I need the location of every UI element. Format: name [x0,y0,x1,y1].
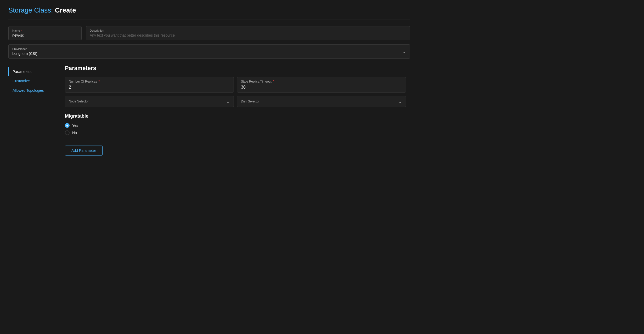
migratable-yes-option[interactable]: Yes [65,123,406,128]
description-label: Description [90,29,406,32]
migratable-no-radio[interactable] [65,130,70,135]
migratable-no-label: No [72,131,77,135]
provisioner-dropdown[interactable]: Provisioner Longhorn (CSI) ⌄ [8,44,410,59]
node-selector-label: Node Selector [69,100,89,103]
content-area: Parameters Number Of Replicas * Stale Re… [61,65,410,156]
num-replicas-input[interactable] [69,85,230,90]
sidebar: Parameters Customize Allowed Topologies [8,65,61,156]
node-selector-dropdown[interactable]: Node Selector ⌄ [65,96,234,107]
stale-timeout-field: Stale Replica Timeout * [237,77,406,93]
num-replicas-label: Number Of Replicas * [69,80,230,83]
description-placeholder: Any text you want that better describes … [90,33,406,37]
provisioner-chevron-icon: ⌄ [402,49,406,54]
name-field-box: Name * [8,26,82,40]
title-divider [8,20,410,20]
sidebar-item-parameters[interactable]: Parameters [8,67,61,76]
disk-selector-dropdown[interactable]: Disk Selector ⌄ [237,96,406,107]
parameters-section-title: Parameters [65,65,406,72]
migratable-title: Migratable [65,113,406,119]
migratable-yes-label: Yes [72,123,78,128]
name-label: Name * [12,29,78,32]
provisioner-value: Longhorn (CSI) [12,51,37,56]
provisioner-label: Provisioner [12,47,37,50]
stale-timeout-input[interactable] [241,85,402,90]
migratable-yes-radio[interactable] [65,123,70,128]
migratable-radio-group: Yes No [65,123,406,135]
add-parameter-button[interactable]: Add Parameter [65,146,103,156]
disk-selector-label: Disk Selector [241,100,259,103]
name-input[interactable] [12,33,78,37]
num-replicas-field: Number Of Replicas * [65,77,234,93]
parameters-grid: Number Of Replicas * Stale Replica Timeo… [65,77,406,107]
sidebar-item-customize[interactable]: Customize [8,76,61,86]
top-fields: Name * Description Any text you want tha… [8,26,410,40]
sidebar-item-allowed-topologies[interactable]: Allowed Topologies [8,86,61,95]
page-title: Storage Class: Create [8,6,410,14]
description-field-box: Description Any text you want that bette… [86,26,410,40]
stale-timeout-label: Stale Replica Timeout * [241,80,402,83]
migratable-section: Migratable Yes No [65,113,406,135]
main-layout: Parameters Customize Allowed Topologies … [8,65,410,156]
migratable-no-option[interactable]: No [65,130,406,135]
disk-selector-chevron-icon: ⌄ [398,99,402,104]
node-selector-chevron-icon: ⌄ [226,99,230,104]
